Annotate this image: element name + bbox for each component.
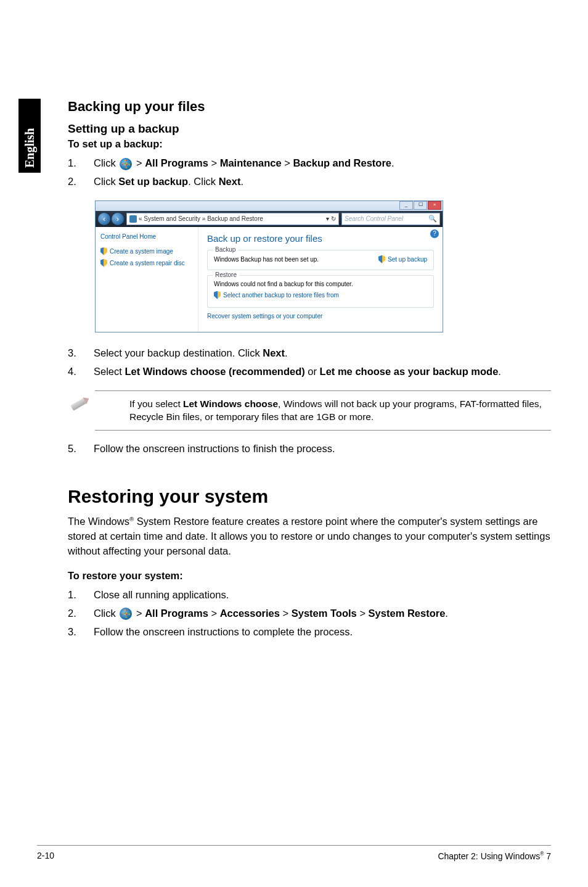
recover-system-link[interactable]: Recover system settings or your computer <box>207 313 434 320</box>
backup-group: Backup Windows Backup has not been set u… <box>207 250 434 270</box>
backup-steps-list: 1. Click > All Programs > Maintenance > … <box>68 156 551 189</box>
backup-status-text: Windows Backup has not been set up. <box>214 256 319 263</box>
step-2: 2. Click Set up backup. Click Next. <box>68 175 551 189</box>
subsection-title: Setting up a backup <box>68 122 551 136</box>
shield-icon <box>100 259 107 267</box>
close-button[interactable]: × <box>428 201 441 210</box>
main-heading: Back up or restore your files <box>207 233 434 244</box>
help-icon[interactable]: ? <box>430 229 439 238</box>
search-placeholder: Search Control Panel <box>345 215 403 222</box>
restore-group: Restore Windows could not find a backup … <box>207 275 434 308</box>
note-pencil-icon <box>68 394 95 421</box>
start-icon <box>120 608 132 620</box>
minimize-button[interactable]: _ <box>399 201 413 210</box>
backup-steps-continued: 3. Select your backup destination. Click… <box>68 346 551 379</box>
breadcrumb[interactable]: « System and Security » Backup and Resto… <box>126 213 339 225</box>
page-number: 2-10 <box>37 851 54 861</box>
step-number: 4. <box>68 365 94 379</box>
instruction-lead-restore: To restore your system: <box>68 570 551 582</box>
step-number: 5. <box>68 442 94 456</box>
sidebar-home-link[interactable]: Control Panel Home <box>100 233 193 240</box>
main-panel: ? Back up or restore your files Backup W… <box>198 227 443 332</box>
breadcrumb-dropdown-icon[interactable]: ▾ <box>326 215 329 222</box>
step-number: 3. <box>68 625 94 640</box>
backup-steps-final: 5. Follow the onscreen instructions to f… <box>68 442 551 456</box>
restore-legend: Restore <box>213 271 239 278</box>
maximize-button[interactable]: ☐ <box>414 201 427 210</box>
restoring-heading: Restoring your system <box>68 486 551 507</box>
sidebar-create-disc[interactable]: Create a system repair disc <box>100 259 193 267</box>
shield-icon <box>214 291 221 299</box>
step-4: 4. Select Let Windows choose (recommende… <box>68 365 551 379</box>
page-footer: 2-10 Chapter 2: Using Windows® 7 <box>37 845 551 861</box>
control-panel-icon <box>129 215 137 223</box>
section-title: Backing up your files <box>68 99 551 115</box>
window-frame: _ ☐ × ‹ › « System and Security » Backup… <box>95 200 443 332</box>
search-input[interactable]: Search Control Panel 🔍 <box>341 213 440 225</box>
note-box: If you select Let Windows choose, Window… <box>95 390 551 431</box>
step-number: 2. <box>68 606 94 621</box>
restore-intro: The Windows® System Restore feature crea… <box>68 514 551 559</box>
restore-steps-list: 1. Close all running applications. 2. Cl… <box>68 588 551 640</box>
backup-restore-screenshot: _ ☐ × ‹ › « System and Security » Backup… <box>95 200 443 332</box>
restore-step-3: 3. Follow the onscreen instructions to c… <box>68 625 551 640</box>
shield-icon <box>378 255 385 263</box>
setup-backup-link[interactable]: Set up backup <box>378 255 427 263</box>
step-number: 2. <box>68 175 94 189</box>
instruction-lead-backup: To set up a backup: <box>68 138 551 150</box>
language-tab: English <box>18 99 41 173</box>
sidebar-create-image[interactable]: Create a system image <box>100 247 193 255</box>
restore-status-text: Windows could not find a backup for this… <box>214 281 427 287</box>
step-5: 5. Follow the onscreen instructions to f… <box>68 442 551 456</box>
step-3: 3. Select your backup destination. Click… <box>68 346 551 361</box>
step-number: 1. <box>68 156 94 171</box>
chapter-label: Chapter 2: Using Windows® 7 <box>438 851 551 861</box>
shield-icon <box>100 247 107 255</box>
nav-forward-button[interactable]: › <box>112 213 124 225</box>
step-number: 1. <box>68 588 94 603</box>
backup-legend: Backup <box>213 246 238 253</box>
restore-step-2: 2. Click > All Programs > Accessories > … <box>68 606 551 621</box>
nav-back-button[interactable]: ‹ <box>98 213 110 225</box>
start-icon <box>120 158 132 170</box>
search-icon[interactable]: 🔍 <box>428 215 437 223</box>
step-1: 1. Click > All Programs > Maintenance > … <box>68 156 551 171</box>
window-titlebar: _ ☐ × <box>96 201 443 211</box>
step-number: 3. <box>68 346 94 361</box>
window-navbar: ‹ › « System and Security » Backup and R… <box>96 211 443 227</box>
refresh-icon[interactable]: ↻ <box>331 215 336 222</box>
restore-step-1: 1. Close all running applications. <box>68 588 551 603</box>
sidebar: Control Panel Home Create a system image… <box>96 227 198 332</box>
breadcrumb-text: « System and Security » Backup and Resto… <box>139 215 263 222</box>
select-another-backup-link[interactable]: Select another backup to restore files f… <box>214 291 427 299</box>
